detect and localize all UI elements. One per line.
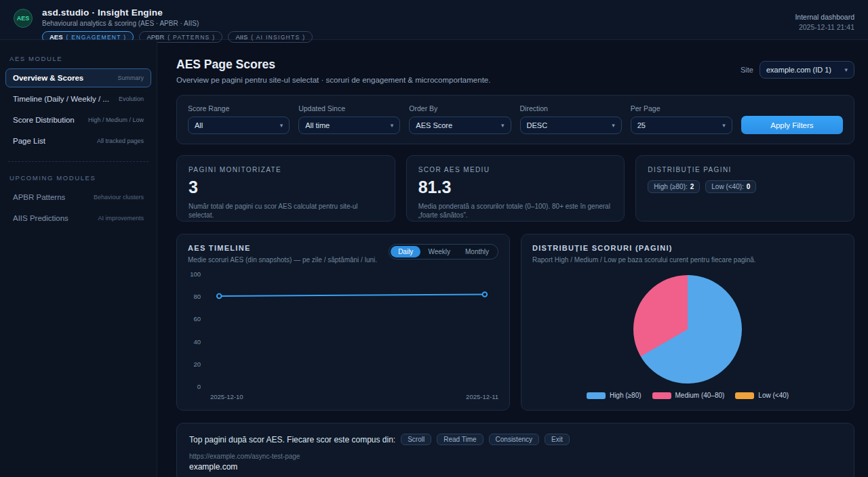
filter-label: Order By [409,104,511,112]
header-meta: Internal dashboard 2025-12-11 21:41 [795,13,854,31]
legend-label: Low (<40) [758,392,789,399]
y-tick-label: 20 [188,360,201,368]
site-selector: Site example.com (ID 1) ▾ [741,61,854,79]
sidebar-item-page-list[interactable]: Page List All tracked pages [5,131,151,150]
header-titles: asd.studio · Insight Engine Behavioural … [42,7,795,43]
filter-order-by: Order By AES Score ▾ [409,104,511,134]
sidebar-item-label: Page List [13,137,45,145]
stats-row: PAGINI MONITORIZATE 3 Număr total de pag… [176,155,854,222]
legend-label: High (≥80) [610,392,642,399]
updated-since-select[interactable]: All time ▾ [298,117,400,134]
y-tick-label: 40 [188,338,201,346]
app-subtitle: Behavioural analytics & scoring (AES · A… [42,20,795,27]
y-tick-label: 80 [188,293,201,300]
sidebar-item-hint: Behaviour clusters [94,194,144,201]
sidebar-item-timeline[interactable]: Timeline (Daily / Weekly / ... Evolution [5,89,151,108]
pie-chart [633,275,742,383]
chevron-down-icon: ▾ [280,122,283,129]
sidebar-item-hint: All tracked pages [97,138,144,144]
direction-select[interactable]: DESC ▾ [520,117,622,134]
timeline-heading: AES TIMELINE Medie scoruri AES (din snap… [188,244,377,264]
pie-chart-area [532,266,843,392]
site-select-value: example.com (ID 1) [766,66,831,74]
filter-label: Direction [520,104,622,112]
badge-value: 0 [747,183,751,190]
legend-swatch [735,392,754,399]
select-value: AES Score [416,121,452,129]
distribution-subtitle: Raport High / Medium / Low pe baza scoru… [532,256,756,264]
top-pages-intro-text: Top pagini după scor AES. Fiecare scor e… [189,435,395,444]
timeline-mode-tabs: Daily Weekly Monthly [389,244,498,260]
legend-item: Low (<40) [735,392,789,399]
badge-label: High (≥80): [654,183,687,190]
filter-label: Score Range [188,104,290,112]
mode-tab-daily[interactable]: Daily [391,246,420,257]
legend-swatch [587,392,606,399]
sidebar-item-overview-scores[interactable]: Overview & Scores Summary [5,68,151,87]
sidebar-item-hint: Evolution [119,96,144,102]
select-value: All [195,121,203,129]
select-value: All time [305,121,330,129]
stat-card-monitored-pages: PAGINI MONITORIZATE 3 Număr total de pag… [176,155,395,222]
filter-per-page: Per Page 25 ▾ [631,104,732,134]
order-by-select[interactable]: AES Score ▾ [409,117,511,134]
badge-value: 2 [690,183,694,190]
sidebar-section-upcoming: UPCOMING MODULES [9,174,147,182]
sidebar-item-apbr-patterns[interactable]: APBR Patterns Behaviour clusters [5,188,151,207]
page-domain: example.com [189,462,842,472]
page-heading: AES Page Scores Overview pe pagini pentr… [176,58,490,84]
select-value: 25 [637,121,646,129]
page-list-item[interactable]: https://example.com/async-test-page exam… [189,453,842,472]
sidebar-item-label: AIIS Predictions [13,214,68,222]
x-axis: 2025-12-10 2025-12-11 [210,393,498,400]
apply-filters-button[interactable]: Apply Filters [741,116,843,134]
x-tick-label: 2025-12-10 [210,393,243,400]
stat-card-average-score: SCOR AES MEDIU 81.3 Media ponderată a sc… [406,155,625,222]
filter-direction: Direction DESC ▾ [520,104,622,134]
chevron-down-icon: ▾ [722,122,726,129]
component-pill-scroll: Scroll [401,434,431,445]
sidebar-item-hint: High / Medium / Low [88,117,144,123]
chevron-down-icon: ▾ [501,122,505,129]
app-title: asd.studio · Insight Engine [42,7,795,18]
stat-value: 3 [189,178,383,197]
charts-row: AES TIMELINE Medie scoruri AES (din snap… [176,234,854,411]
page-url: https://example.com/async-test-page [189,453,842,460]
sidebar-item-hint: AI improvements [98,215,144,222]
page-subtitle: Overview pe pagini pentru site-ul select… [176,76,490,84]
timeline-chart: 100806040200 [188,270,498,390]
pie-legend: High (≥80)Medium (40–80)Low (<40) [532,392,843,400]
top-pages-card: Top pagini după scor AES. Fiecare scor e… [176,423,854,477]
sidebar-item-score-distribution[interactable]: Score Distribution High / Medium / Low [5,110,151,129]
per-page-select[interactable]: 25 ▾ [631,117,732,134]
y-tick-label: 60 [188,315,201,323]
sidebar-divider [8,161,149,162]
sidebar-item-label: Score Distribution [13,116,75,124]
site-select[interactable]: example.com (ID 1) ▾ [760,61,854,79]
distribution-heading: DISTRIBUȚIE SCORURI (PAGINI) Raport High… [532,244,756,264]
filter-score-range: Score Range All ▾ [188,104,290,134]
sidebar-item-aiis-predictions[interactable]: AIIS Predictions AI improvements [5,209,151,228]
tab-tag: ( ENGAGEMENT ) [66,34,127,41]
mode-tab-weekly[interactable]: Weekly [420,246,458,257]
high-count-badge: High (≥80): 2 [648,180,700,193]
filter-label: Updated Since [298,104,400,112]
sidebar-nav: Overview & Scores Summary Timeline (Dail… [5,68,151,150]
filters-bar: Score Range All ▾ Updated Since All time… [176,95,854,144]
legend-label: Medium (40–80) [675,392,725,399]
chevron-down-icon: ▾ [844,66,848,73]
stat-card-page-distribution: DISTRIBUȚIE PAGINI High (≥80): 2 Low (<4… [635,155,854,222]
mode-tab-monthly[interactable]: Monthly [458,246,496,257]
select-value: DESC [527,121,548,129]
y-tick-label: 0 [188,383,201,390]
main-content: AES Page Scores Overview pe pagini pentr… [157,40,868,477]
sidebar-item-label: Overview & Scores [13,74,83,82]
app-logo: AES [14,9,33,28]
tab-tag: ( AI INSIGHTS ) [251,34,305,41]
badge-label: Low (<40): [711,183,744,190]
score-range-select[interactable]: All ▾ [188,117,290,134]
sidebar-item-hint: Summary [117,75,144,81]
timeline-title: AES TIMELINE [188,244,377,252]
stat-caption: Media ponderată a scorurilor totale (0–1… [418,202,613,220]
y-tick-label: 100 [188,270,201,278]
